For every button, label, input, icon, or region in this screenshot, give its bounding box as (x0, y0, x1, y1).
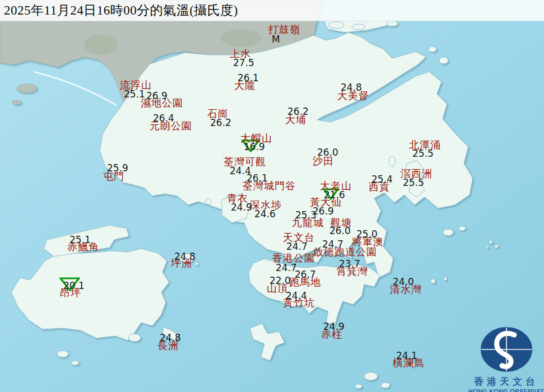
station-value: 26.2 (287, 107, 309, 116)
station-value: 16.9 (244, 142, 265, 152)
hko-logo: 香港天文台 HONG KONG OBSERVATORY (468, 326, 544, 392)
station-value: 25.0 (356, 230, 378, 239)
station-value: 24.7 (276, 263, 297, 273)
station-value: 24.1 (396, 351, 417, 361)
hko-emblem-icon (480, 326, 533, 374)
station-value: 26.9 (146, 91, 168, 101)
station-value: 24.8 (174, 252, 196, 262)
hko-name-chinese: 香港天文台 (468, 375, 544, 388)
station-value: 24.7 (286, 242, 308, 251)
station-value: 24.0 (393, 277, 414, 287)
station-value: 23.7 (339, 259, 360, 269)
station-value: 26.2 (210, 118, 231, 128)
station-value: 20.1 (63, 281, 85, 291)
station-value: 25.9 (107, 164, 128, 173)
station-value: 25.4 (371, 175, 393, 184)
station-value: 24.7 (322, 240, 343, 249)
station-value: 25.5 (403, 178, 424, 188)
title-bar: 2025年11月24日16時00分的氣溫(攝氏度) (0, 0, 544, 21)
station-value: 24.6 (254, 209, 276, 219)
station-value: 25.1 (69, 235, 91, 245)
station-value: 26.7 (295, 270, 316, 279)
station-value: M (272, 35, 280, 44)
station-value: 22.0 (269, 276, 291, 286)
temperature-map-screen: 打鼓嶺M上水27.5大隴26.1大美督24.8流浮山25.1濕地公園26.9元朗… (0, 0, 544, 392)
station-value: 24.4 (286, 291, 307, 301)
station-value: 24.8 (160, 333, 181, 343)
station-value: 26.1 (247, 174, 268, 183)
station-value: 24.8 (341, 83, 362, 92)
station-value: 25.3 (295, 211, 317, 220)
station-value: 26.0 (317, 148, 338, 157)
station-value: 24.9 (231, 203, 252, 212)
station-labels-layer: 打鼓嶺M上水27.5大隴26.1大美督24.8流浮山25.1濕地公園26.9元朗… (0, 0, 544, 392)
station-value: 27.5 (233, 58, 254, 68)
map-title: 2025年11月24日16時00分的氣溫(攝氏度) (0, 2, 238, 19)
hko-name-english: HONG KONG OBSERVATORY (468, 388, 544, 392)
station-value: 26.0 (329, 226, 351, 236)
station-value: 25.5 (412, 149, 434, 158)
station-value: 26.1 (238, 73, 259, 83)
station-value: 26.4 (153, 114, 174, 123)
station-value: 24.9 (323, 322, 345, 332)
